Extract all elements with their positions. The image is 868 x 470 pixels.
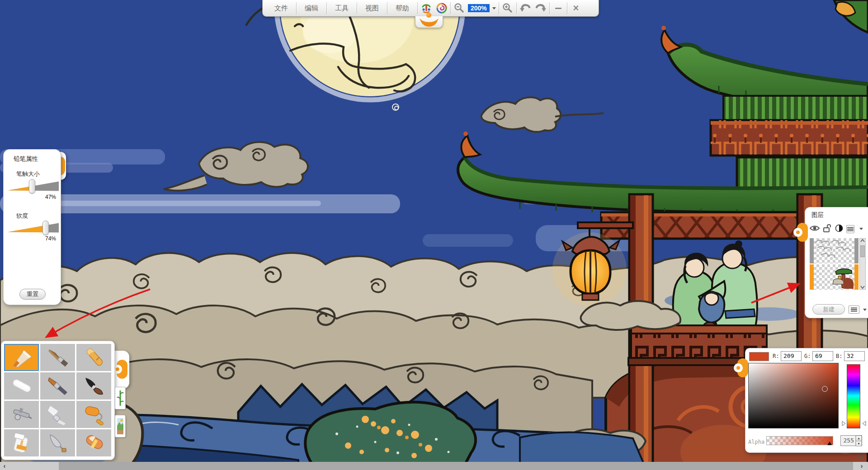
brush-wooden[interactable] [40,344,75,371]
scroll-right-icon[interactable]: › [857,462,866,470]
clown-nose-icon [426,13,431,18]
vertical-scroll-down-icon[interactable] [857,453,864,461]
brush-size-label: 笔触大小 [16,170,40,178]
layer-options-dropdown-icon[interactable] [863,309,867,311]
alpha-marker-icon[interactable] [827,442,832,445]
layer-select-bar [854,264,859,290]
slider-fill [8,222,46,234]
hue-slider[interactable] [847,364,860,428]
hue-marker-left-icon[interactable] [842,421,846,426]
layer-menu-dropdown-icon[interactable] [859,228,863,230]
alpha-gradient [767,437,833,445]
blue-value-input[interactable]: 32 [844,351,865,361]
minimize-icon[interactable] [551,2,566,14]
alpha-value[interactable]: 255 [841,436,855,446]
pencil-properties-panel: 铅笔属性 笔触大小 47% 软度 74% 重置 [3,149,61,305]
brush-crayon[interactable] [76,344,111,371]
brush-flat[interactable] [40,401,75,428]
gallery-clown-icon[interactable] [434,2,449,14]
toolbar-separator [567,2,567,14]
menu-edit[interactable]: 编辑 [297,2,326,14]
toolbar-separator [549,2,550,14]
alpha-slider[interactable] [766,436,833,445]
brush-palette-knife[interactable] [40,429,75,456]
hue-marker-right-icon[interactable] [862,421,866,426]
menu-tools[interactable]: 工具 [328,2,356,14]
toolbar-separator [516,2,517,14]
stamp-picture-tab[interactable] [115,415,126,437]
layer-row-painting[interactable] [810,264,859,290]
layer-thumbnail [814,264,854,290]
brush-chalk[interactable] [4,372,39,400]
toolbar-separator [326,2,327,14]
zoom-dropdown-icon[interactable] [492,7,496,9]
horizontal-scrollbar[interactable]: ‹ › [0,462,868,470]
layer-row-sketch[interactable] [810,238,859,263]
clown-smile-icon [418,17,440,27]
color-cursor[interactable] [822,386,828,392]
brush-paint-bottle[interactable] [4,429,39,456]
brush-paint[interactable] [40,372,75,400]
layer-list [810,238,859,291]
scroll-down-icon[interactable] [860,286,865,289]
menu-file[interactable]: 文件 [267,2,295,14]
redo-icon[interactable] [533,2,548,14]
horizontal-scroll-thumb[interactable] [59,462,853,470]
canvas-painting[interactable] [0,0,868,470]
brush-pencil[interactable] [4,344,39,371]
menu-help[interactable]: 帮助 [388,2,416,14]
layer-options-icon[interactable] [849,306,859,314]
zoom-out-icon[interactable] [452,2,467,14]
blue-label: B: [836,353,842,359]
slider-fill [8,180,32,192]
layer-select-bar [854,238,859,263]
slider-thumb[interactable] [29,179,35,193]
layer-menu-icon[interactable] [846,225,854,233]
green-value-input[interactable]: 69 [812,351,833,361]
current-color-swatch [749,352,769,361]
softness-value: 74% [45,235,56,242]
saturation-value-picker[interactable] [748,363,839,428]
close-icon[interactable]: × [568,2,584,14]
layers-scrollbar[interactable] [859,238,866,290]
toolbox-clown-icon[interactable] [419,2,434,14]
palette-handle[interactable] [113,351,129,389]
alpha-label: Alpha [748,439,764,445]
mascot-tab[interactable] [415,16,443,28]
color-panel-handle[interactable] [737,358,748,377]
layer-thumbnail [814,238,854,263]
scroll-up-icon[interactable] [860,239,865,242]
panel-title: 铅笔属性 [14,155,38,163]
visibility-eye-icon[interactable] [810,225,820,233]
new-layer-button[interactable]: 新建 [812,304,845,315]
brush-ink[interactable] [76,372,111,400]
zoom-level-value[interactable]: 200% [468,4,490,12]
stamp-bamboo-tab[interactable] [115,387,126,409]
toolbar-separator [387,2,387,14]
contrast-icon[interactable] [835,224,843,234]
zoom-in-icon[interactable] [500,2,515,14]
undo-icon[interactable] [518,2,533,14]
brush-airbrush[interactable] [4,401,39,428]
unlock-icon[interactable] [823,224,832,234]
brush-roller[interactable] [76,401,111,428]
alpha-decrease-icon[interactable]: ▼ [856,441,862,446]
softness-label: 软度 [16,212,28,220]
layers-panel-handle[interactable] [797,223,808,242]
layer-select-bar [810,264,814,290]
softness-slider[interactable] [8,222,59,234]
slider-thumb[interactable] [42,221,49,235]
brush-size-slider[interactable] [8,180,59,192]
alpha-spinner: 255 ▲ ▼ [840,435,862,446]
red-value-input[interactable]: 209 [781,351,802,361]
menu-view[interactable]: 视图 [358,2,386,14]
alpha-increase-icon[interactable]: ▲ [856,436,862,441]
scroll-left-icon[interactable]: ‹ [0,462,9,470]
reset-button[interactable]: 重置 [19,289,46,300]
brush-eraser[interactable] [76,429,111,456]
flower-hill [305,402,476,470]
scroll-thumb[interactable] [860,245,865,257]
color-picker-panel: R: 209 G: 69 B: 32 Alpha 255 ▲ ▼ [745,348,868,453]
toolbar-separator [450,2,451,14]
brush-palette-panel [1,341,115,460]
